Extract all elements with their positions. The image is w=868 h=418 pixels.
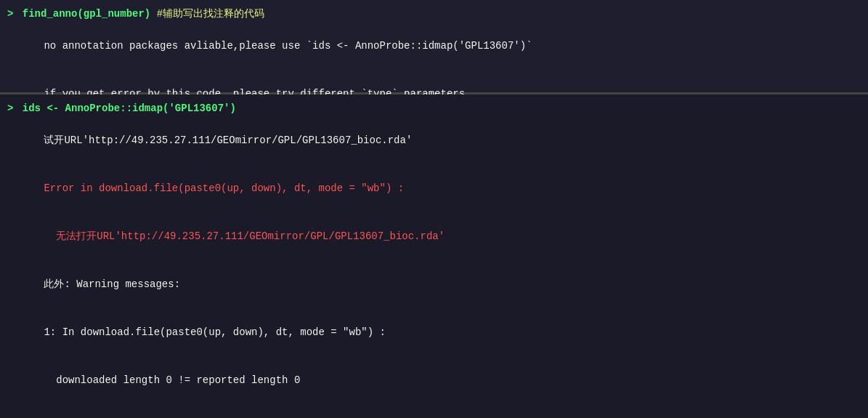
b-text-2: 试开URL'http://49.235.27.111/GEOmirror/GPL… bbox=[44, 134, 412, 146]
code-idmap-1: ids <- AnnoProbe::idmap('GPL13607') bbox=[16, 100, 235, 116]
bottom-line-5: 此外: Warning messages: bbox=[7, 260, 861, 308]
bottom-line-6: 1: In download.file(paste0(up, down), dt… bbox=[7, 308, 861, 356]
bottom-line-3: Error in download.file(paste0(up, down),… bbox=[7, 164, 861, 212]
comment-1: #辅助写出找注释的代码 bbox=[150, 6, 264, 22]
terminal-container: > find_anno(gpl_number) #辅助写出找注释的代码 no a… bbox=[0, 0, 868, 418]
prompt-arrow-1: > bbox=[7, 6, 13, 22]
b-text-5: 此外: Warning messages: bbox=[44, 278, 180, 290]
b-text-7: downloaded length 0 != reported length 0 bbox=[44, 374, 300, 386]
bottom-line-1: > ids <- AnnoProbe::idmap('GPL13607') bbox=[7, 100, 861, 116]
bottom-line-2: 试开URL'http://49.235.27.111/GEOmirror/GPL… bbox=[7, 116, 861, 164]
section-bottom: > ids <- AnnoProbe::idmap('GPL13607') 试开… bbox=[0, 95, 868, 418]
top-line-2: no annotation packages avliable,please u… bbox=[7, 22, 861, 70]
b-text-4: 无法打开URL'http://49.235.27.111/GEOmirror/G… bbox=[44, 230, 445, 242]
section-top: > find_anno(gpl_number) #辅助写出找注释的代码 no a… bbox=[0, 0, 868, 95]
bottom-line-8: 2: In download.file(paste0(up, down), dt… bbox=[7, 404, 861, 418]
top-line-1: > find_anno(gpl_number) #辅助写出找注释的代码 bbox=[7, 6, 861, 22]
prompt-arrow-b1: > bbox=[7, 100, 13, 116]
top-text-2: no annotation packages avliable,please u… bbox=[44, 40, 532, 52]
bottom-line-7: downloaded length 0 != reported length 0 bbox=[7, 356, 861, 404]
code-find-anno: find_anno(gpl_number) bbox=[16, 6, 150, 22]
bottom-line-4: 无法打开URL'http://49.235.27.111/GEOmirror/G… bbox=[7, 212, 861, 260]
b-text-6: 1: In download.file(paste0(up, down), dt… bbox=[44, 326, 385, 338]
b-text-3: Error in download.file(paste0(up, down),… bbox=[44, 182, 404, 194]
